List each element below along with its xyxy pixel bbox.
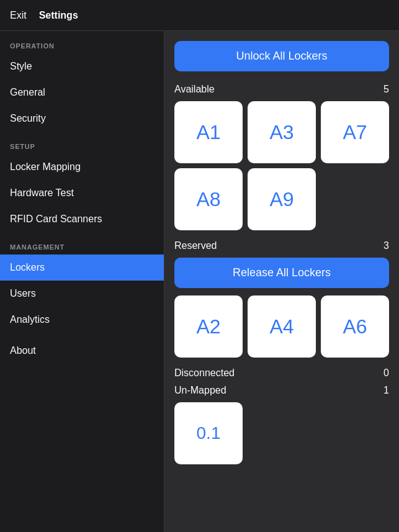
- reserved-count: 3: [383, 240, 389, 251]
- reserved-label: Reserved: [174, 240, 217, 251]
- unmapped-label: Un-Mapped: [174, 385, 226, 396]
- unlock-all-button[interactable]: Unlock All Lockers: [174, 41, 389, 71]
- disconnected-section-header: Disconnected 0: [174, 367, 389, 379]
- reserved-locker-grid: A2 A4 A6: [174, 295, 389, 358]
- sidebar-item-rfid-card-scanners[interactable]: RFID Card Scanners: [0, 206, 164, 232]
- locker-cell-a2[interactable]: A2: [174, 295, 243, 358]
- sidebar-item-analytics[interactable]: Analytics: [0, 307, 164, 333]
- sidebar-item-general[interactable]: General: [0, 79, 164, 106]
- main-content: Unlock All Lockers Available 5 A1 A3 A7 …: [164, 31, 399, 532]
- locker-cell-a8[interactable]: A8: [174, 168, 243, 230]
- sidebar-section-operation: OPERATION: [0, 31, 164, 53]
- unmapped-locker-grid: 0.1: [174, 402, 389, 464]
- sidebar-item-security[interactable]: Security: [0, 106, 164, 132]
- sidebar-section-setup: SETUP: [0, 132, 164, 154]
- header-left: Exit Settings: [10, 10, 78, 21]
- sidebar-item-lockers[interactable]: Lockers: [0, 255, 164, 281]
- sidebar: OPERATION Style General Security SETUP L…: [0, 31, 164, 532]
- locker-cell-a6[interactable]: A6: [321, 295, 389, 358]
- disconnected-count: 0: [383, 367, 389, 379]
- available-label: Available: [174, 84, 215, 95]
- unmapped-section-header: Un-Mapped 1: [174, 385, 389, 396]
- settings-button[interactable]: Settings: [39, 10, 78, 21]
- release-all-button[interactable]: Release All Lockers: [174, 258, 389, 288]
- sidebar-item-style[interactable]: Style: [0, 53, 164, 79]
- unmapped-count: 1: [383, 385, 389, 396]
- sidebar-item-about[interactable]: About: [0, 338, 164, 364]
- disconnected-label: Disconnected: [174, 367, 235, 379]
- reserved-section-header: Reserved 3: [174, 240, 389, 251]
- locker-cell-a1[interactable]: A1: [174, 101, 243, 163]
- locker-cell-a7[interactable]: A7: [321, 101, 389, 163]
- sidebar-item-users[interactable]: Users: [0, 281, 164, 307]
- body: OPERATION Style General Security SETUP L…: [0, 31, 399, 532]
- sidebar-item-hardware-test[interactable]: Hardware Test: [0, 180, 164, 206]
- exit-button[interactable]: Exit: [10, 10, 27, 21]
- locker-cell-0-1[interactable]: 0.1: [174, 402, 243, 464]
- sidebar-item-locker-mapping[interactable]: Locker Mapping: [0, 154, 164, 180]
- available-section-header: Available 5: [174, 84, 389, 95]
- locker-cell-a4[interactable]: A4: [248, 295, 316, 358]
- header: Exit Settings: [0, 0, 399, 31]
- available-count: 5: [383, 84, 389, 95]
- sidebar-section-management: MANAGEMENT: [0, 232, 164, 255]
- available-locker-grid: A1 A3 A7 A8 A9: [174, 101, 389, 230]
- locker-cell-a3[interactable]: A3: [248, 101, 316, 163]
- locker-cell-a9[interactable]: A9: [248, 168, 316, 230]
